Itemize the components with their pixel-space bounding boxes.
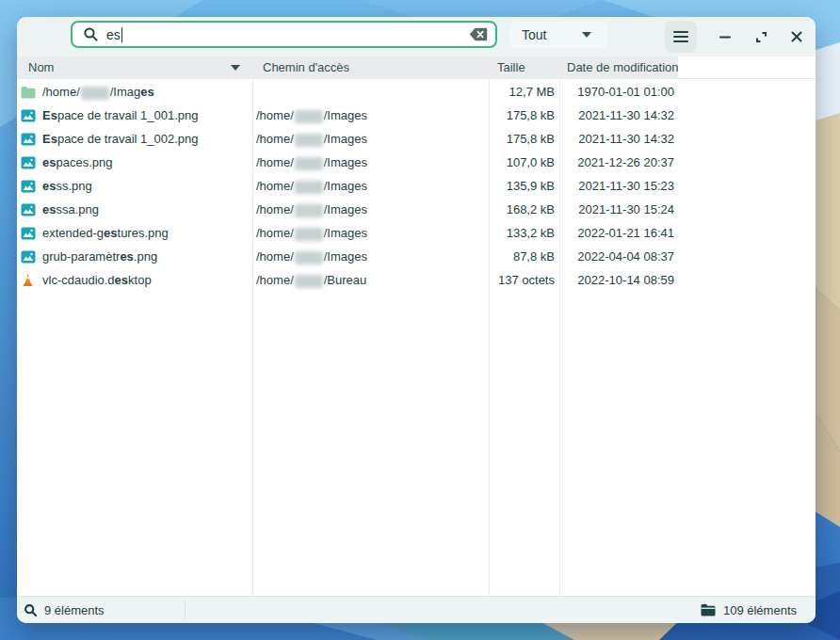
text-segment: /Images: [324, 226, 367, 240]
text-segment: ssa.png: [56, 202, 99, 216]
text-segment: ktop: [128, 273, 152, 287]
text-segment: /home/: [256, 108, 294, 122]
column-header-date[interactable]: Date de modification: [559, 56, 678, 78]
filter-dropdown[interactable]: Tout: [510, 22, 608, 48]
column-label: Taille: [497, 60, 525, 74]
hamburger-menu-icon: [673, 30, 688, 43]
file-date-cell: 2021-11-30 15:24: [559, 198, 678, 221]
image-file-icon: [21, 250, 36, 264]
sort-descending-icon: [231, 65, 240, 71]
results-count-label: 9 éléments: [44, 603, 105, 617]
table-row[interactable]: espaces.png/home//Images107,0 kB2021-12-…: [17, 151, 816, 174]
file-path-cell: /home//Images: [252, 245, 489, 268]
image-file-icon: [21, 180, 36, 193]
minimize-button[interactable]: [716, 27, 735, 46]
file-path-cell: /home//Images: [252, 221, 489, 245]
table-row[interactable]: vlc-cdaudio.desktop/home//Bureau137 octe…: [17, 268, 816, 292]
file-size-cell: 135,9 kB: [489, 174, 559, 198]
column-header-name[interactable]: Nom: [17, 56, 252, 78]
window-titlebar[interactable]: es Tout: [17, 17, 816, 56]
close-button[interactable]: [787, 27, 806, 46]
table-row[interactable]: esssa.png/home//Images168,2 kB2021-11-30…: [17, 198, 816, 221]
search-input[interactable]: es: [71, 21, 497, 48]
redacted-username: [295, 204, 323, 217]
text-segment: /home/: [256, 226, 294, 240]
statusbar-divider: [185, 600, 186, 619]
hamburger-menu-button[interactable]: [665, 21, 697, 53]
backspace-clear-icon[interactable]: [469, 27, 488, 41]
match-highlight: es: [120, 249, 133, 264]
image-file-icon: [21, 156, 36, 169]
file-date-cell: 2021-12-26 20:37: [559, 151, 678, 174]
file-name-cell: Espace de travail 1_001.png: [17, 104, 252, 127]
text-segment: /Images: [324, 202, 367, 216]
redacted-username: [295, 228, 323, 241]
maximize-button[interactable]: [751, 27, 770, 46]
column-header-size[interactable]: Taille: [489, 56, 559, 78]
table-row[interactable]: /home//Images12,7 MB1970-01-01 01:00: [17, 80, 816, 104]
redacted-username: [295, 251, 323, 264]
match-highlight: es: [42, 155, 56, 169]
file-name-cell: vlc-cdaudio.desktop: [17, 268, 252, 292]
file-name-cell: esss.png: [17, 174, 252, 198]
redacted-username: [295, 110, 323, 123]
table-row[interactable]: esss.png/home//Images135,9 kB2021-11-30 …: [17, 174, 816, 198]
filter-dropdown-label: Tout: [522, 27, 546, 42]
column-header-filler: [678, 56, 816, 78]
file-size-cell: 137 octets: [489, 268, 559, 292]
file-name-cell: espaces.png: [17, 151, 252, 174]
chevron-down-icon: [582, 32, 591, 38]
text-segment: /Bureau: [324, 273, 367, 287]
search-query-text: es: [106, 27, 121, 42]
text-segment: /home/: [256, 132, 294, 146]
text-segment: /Images: [324, 108, 367, 122]
column-label: Nom: [28, 60, 54, 74]
file-path-cell: [252, 80, 489, 104]
match-highlight: es: [42, 202, 56, 216]
redacted-username: [81, 87, 109, 100]
search-icon: [83, 26, 99, 42]
file-name-cell: grub-paramètres.png: [17, 245, 252, 268]
text-segment: /Images: [324, 249, 367, 264]
search-results-list[interactable]: /home//Images12,7 MB1970-01-01 01:00Espa…: [17, 79, 816, 596]
text-segment: vlc-cdaudio.d: [42, 273, 115, 287]
table-header: Nom Chemin d'accès Taille Date de modifi…: [17, 56, 816, 79]
file-date-cell: 1970-01-01 01:00: [559, 80, 678, 104]
file-name-cell: extended-gestures.png: [17, 221, 252, 245]
redacted-username: [295, 275, 323, 288]
column-header-path[interactable]: Chemin d'accès: [252, 56, 489, 78]
file-date-cell: 2021-11-30 15:23: [559, 174, 678, 198]
file-path-cell: /home//Images: [252, 104, 489, 127]
image-file-icon: [21, 133, 36, 146]
file-size-cell: 175,8 kB: [489, 127, 559, 151]
match-highlight: es: [115, 273, 128, 287]
text-segment: /Images: [324, 179, 367, 193]
image-file-icon: [21, 109, 36, 122]
text-segment: /home/: [256, 179, 294, 193]
file-name-cell: /home//Images: [17, 80, 252, 104]
match-highlight: Es: [42, 108, 57, 122]
column-label: Chemin d'accès: [263, 60, 349, 74]
text-segment: pace de travail 1_001.png: [57, 108, 199, 122]
match-highlight: Es: [42, 132, 57, 146]
image-file-icon: [21, 203, 36, 216]
text-segment: /Images: [324, 155, 367, 169]
close-icon: [790, 30, 803, 43]
match-highlight: es: [104, 226, 117, 240]
table-row[interactable]: extended-gestures.png/home//Images133,2 …: [17, 221, 816, 245]
redacted-username: [295, 134, 323, 147]
file-search-window: es Tout Nom Chemin d: [17, 17, 816, 623]
file-path-cell: /home//Bureau: [252, 268, 489, 292]
file-size-cell: 168,2 kB: [489, 198, 559, 221]
file-size-cell: 107,0 kB: [489, 151, 559, 174]
results-count: 9 éléments: [17, 603, 105, 617]
folder-icon: [701, 603, 716, 616]
file-path-cell: /home//Images: [252, 174, 489, 198]
text-segment: tures.png: [118, 226, 169, 240]
table-row[interactable]: Espace de travail 1_001.png/home//Images…: [17, 104, 816, 127]
text-segment: ss.png: [56, 179, 91, 193]
table-row[interactable]: Espace de travail 1_002.png/home//Images…: [17, 127, 816, 151]
table-row[interactable]: grub-paramètres.png/home//Images87,8 kB2…: [17, 245, 816, 268]
total-count-label: 109 éléments: [723, 603, 797, 617]
minimize-icon: [719, 30, 732, 43]
